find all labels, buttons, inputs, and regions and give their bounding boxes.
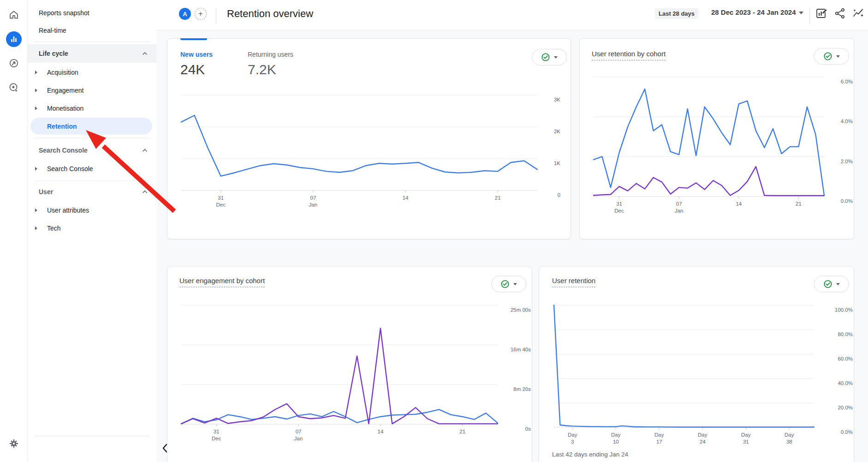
nav-section-search-console[interactable]: Search Console [28,141,157,160]
tab-new-users[interactable]: New users 24K [180,51,213,77]
chevron-up-icon [142,190,148,194]
nav-section-life-cycle[interactable]: Life cycle [28,44,157,63]
check-circle-icon [823,279,832,289]
nav-item-reports-snapshot[interactable]: Reports snapshot [28,4,157,22]
metric-value: 7.2K [248,62,293,77]
expand-icon [35,89,37,92]
engagement-cohort-line-chart[interactable]: 25m 00s16m 40s8m 20s0s31Dec07Jan1421 [181,305,533,444]
expand-icon [35,208,37,212]
date-preset-chip[interactable]: Last 28 days [655,8,698,19]
nav-label: Reports snapshot [39,9,89,17]
nav-footer-divider [35,436,150,436]
nav-divider [35,138,150,138]
chart-footnote: Last 42 days ending Jan 24 [552,451,628,458]
check-circle-icon [541,53,550,62]
chart-canvas [594,77,855,216]
expand-icon [35,226,37,230]
chevron-down-icon[interactable] [799,12,803,14]
collapse-nav-icon[interactable] [161,444,168,453]
user-retention-line-chart[interactable]: 100.0%80.0%60.0%40.0%20.0%0.0%Day3Day10D… [554,305,855,447]
nav-label: Tech [47,225,61,232]
nav-divider [35,181,150,181]
section-label: User [39,188,53,195]
new-users-line-chart[interactable]: 3K2K1K031Dec07Jan1421 [181,95,562,210]
nav-label: Search Console [47,165,93,172]
series-line-blue [181,115,537,176]
expand-icon [35,167,37,171]
data-quality-pill[interactable] [532,49,567,65]
explore-icon[interactable] [8,58,19,69]
nav-item-real-time[interactable]: Real-time [28,21,157,39]
card-title[interactable]: User retention by cohort [592,50,666,60]
metric-label: New users [180,51,213,58]
metric-value: 24K [180,62,213,77]
data-quality-pill[interactable] [491,276,526,292]
data-quality-pill[interactable] [814,276,849,292]
nav-label: User attributes [47,207,89,214]
insights-icon[interactable] [852,7,864,19]
header-divider [809,7,810,23]
edit-report-icon[interactable] [815,7,827,19]
card-user-retention: User retention 100.0%80.0%60.0%40.0%20.0… [539,266,854,462]
tab-returning-users[interactable]: Returning users 7.2K [248,51,293,77]
avatar-letter: A [183,11,187,18]
date-range-picker[interactable]: 28 Dec 2023 - 24 Jan 2024 [711,8,796,16]
chevron-down-icon [836,283,840,285]
nav-label: Real-time [39,27,66,34]
nav-label: Engagement [47,87,83,94]
nav-item-retention-selected[interactable]: Retention [30,118,152,135]
nav-label: Retention [47,123,77,130]
nav-item-acquisition[interactable]: Acquisition [28,63,157,81]
chevron-up-icon [142,148,148,152]
nav-item-tech[interactable]: Tech [28,219,157,237]
nav-divider [35,41,150,42]
nav-item-search-console[interactable]: Search Console [28,160,157,178]
reports-nav-drawer: Reports snapshot Real-time Life cycle Ac… [28,0,157,462]
chevron-down-icon [554,56,558,59]
chart-canvas [181,95,562,210]
nav-label: Acquisition [47,69,78,76]
admin-gear-icon[interactable] [8,438,19,449]
check-circle-icon [823,52,832,61]
home-icon[interactable] [8,9,19,20]
page-header: A + Retention overview Last 28 days 28 D… [157,0,868,30]
card-retention-by-cohort: User retention by cohort 6.0%4.0%2.0%0.0… [579,38,854,239]
series-line-blue [554,305,814,427]
chevron-down-icon [513,283,517,285]
plus-icon: + [198,10,202,18]
reports-nav-active[interactable] [6,31,22,47]
reports-bar-chart-icon [10,35,18,43]
page-title: Retention overview [227,8,313,20]
app-rail [0,0,28,462]
card-users-trend: New users 24K Returning users 7.2K 3K2K1… [167,38,571,239]
nav-item-engagement[interactable]: Engagement [28,81,157,99]
expand-icon [35,107,37,110]
data-quality-pill[interactable] [814,48,849,65]
share-icon[interactable] [834,7,846,19]
metric-label: Returning users [248,51,293,58]
chevron-up-icon [142,52,148,55]
add-comparison-button[interactable]: + [195,8,207,20]
card-engagement-by-cohort: User engagement by cohort 25m 00s16m 40s… [167,266,532,462]
section-label: Search Console [39,147,88,154]
series-line-blue [594,89,824,195]
series-line-purple [181,328,498,424]
nav-item-monetisation[interactable]: Monetisation [28,99,157,117]
retention-cohort-line-chart[interactable]: 6.0%4.0%2.0%0.0%31Dec07Jan1421 [594,77,855,216]
header-divider [216,7,216,23]
series-line-purple [594,166,824,195]
card-title[interactable]: User retention [552,277,595,287]
nav-section-user[interactable]: User [28,183,157,201]
property-avatar[interactable]: A [179,8,191,20]
nav-item-user-attributes[interactable]: User attributes [28,201,157,219]
nav-label: Monetisation [47,105,83,112]
chevron-down-icon [836,55,840,58]
chart-canvas [181,305,533,444]
section-label: Life cycle [39,50,68,57]
advertising-icon[interactable] [8,82,19,93]
card-title[interactable]: User engagement by cohort [179,277,265,287]
active-tab-indicator [180,38,207,40]
chart-canvas [554,305,855,447]
check-circle-icon [500,279,510,289]
expand-icon [35,71,37,74]
